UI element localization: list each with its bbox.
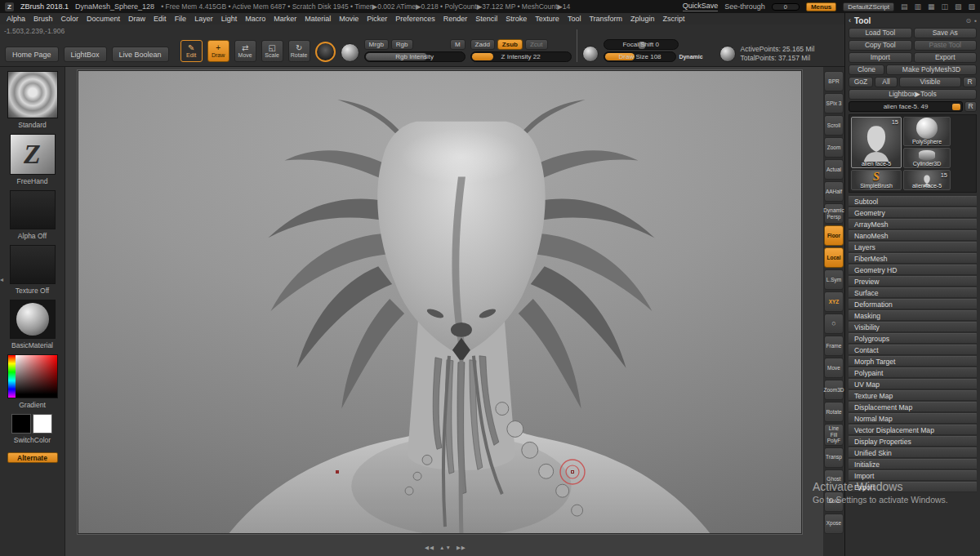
tool-section-header[interactable]: Export — [849, 482, 977, 492]
rotate-mode-button[interactable]: ↻ Rotate — [288, 40, 310, 62]
dynamic-mode-label[interactable]: Dynamic — [679, 54, 702, 60]
menu-item[interactable]: Draw — [124, 13, 149, 24]
dock-palette-icon[interactable]: ▧ — [955, 2, 962, 11]
shelf-button[interactable]: Transp — [824, 447, 844, 468]
tool-section-header[interactable]: Polypaint — [849, 367, 977, 378]
shelf-button[interactable]: Ghost — [824, 469, 844, 490]
shelf-button[interactable]: Rotate — [824, 402, 844, 422]
import-button[interactable]: Import — [849, 52, 912, 63]
menu-item[interactable]: Render — [439, 13, 472, 24]
export-button[interactable]: Export — [914, 52, 978, 63]
paste-tool-button[interactable]: Paste Tool — [914, 40, 978, 51]
menu-item[interactable]: Macro — [241, 13, 270, 24]
current-brush-preview[interactable] — [315, 42, 336, 62]
lightbox-button[interactable]: LightBox — [64, 47, 107, 62]
tool-section-header[interactable]: Normal Map — [849, 413, 977, 424]
sculpting-viewport[interactable] — [78, 70, 802, 534]
menus-toggle-button[interactable]: Menus — [806, 2, 836, 11]
tool-thumbnail-cylinder3d[interactable]: Cylinder3D — [903, 148, 951, 168]
panel-collapse-icon[interactable]: ‹ — [849, 16, 851, 24]
dock-palette-icon[interactable]: ▦ — [928, 2, 935, 11]
live-boolean-button[interactable]: Live Boolean — [112, 47, 169, 62]
rgb-button[interactable]: Rgb — [391, 39, 413, 50]
zcut-button[interactable]: Zcut — [525, 39, 548, 50]
menu-item[interactable]: Texture — [531, 13, 564, 24]
menu-item[interactable]: Marker — [270, 13, 301, 24]
panel-circle-icon[interactable]: ⊙ — [965, 17, 971, 24]
dock-palette-icon[interactable]: ▥ — [914, 2, 921, 11]
menu-item[interactable]: Alpha — [2, 13, 29, 24]
tool-section-header[interactable]: Unified Skin — [849, 447, 977, 458]
texture-thumbnail[interactable] — [10, 245, 56, 284]
move-mode-button[interactable]: ⇄ Move — [234, 40, 256, 62]
see-through-slider[interactable]: 0 — [772, 3, 800, 11]
menu-item[interactable]: Material — [301, 13, 335, 24]
tool-section-header[interactable]: Geometry HD — [849, 265, 977, 275]
panel-pin-icon[interactable]: ▪ — [974, 17, 977, 24]
default-zscript-button[interactable]: DefaultZScript — [843, 2, 894, 11]
tool-section-header[interactable]: Vector Displacement Map — [849, 425, 977, 435]
lightbox-tools-button[interactable]: Lightbox▶Tools — [849, 89, 977, 100]
goz-visible-button[interactable]: Visible — [899, 77, 961, 87]
dock-palette-icon[interactable]: ▤ — [901, 2, 908, 11]
shelf-button[interactable]: AAHalf — [824, 181, 844, 202]
shelf-button[interactable]: Zoom — [824, 137, 844, 158]
tool-section-header[interactable]: Contact — [849, 345, 977, 355]
tool-section-header[interactable]: NanoMesh — [849, 230, 977, 241]
stroke-type-preview[interactable] — [341, 43, 359, 62]
menu-item[interactable]: Brush — [29, 13, 57, 24]
quicksave-button[interactable]: QuickSave — [683, 2, 719, 11]
menu-item[interactable]: Picker — [363, 13, 391, 24]
mrgb-button[interactable]: Mrgb — [364, 39, 389, 50]
shelf-button[interactable]: Xpose — [824, 514, 844, 534]
menu-item[interactable]: Tool — [564, 13, 586, 24]
dock-palette-icon[interactable]: ◫ — [941, 2, 948, 11]
material-thumbnail[interactable] — [10, 300, 56, 339]
menu-item[interactable]: Transform — [585, 13, 626, 24]
save-as-button[interactable]: Save As — [914, 28, 978, 38]
alternate-button[interactable]: Alternate — [7, 452, 58, 463]
goz-all-button[interactable]: All — [875, 77, 898, 87]
tool-thumbnail-active[interactable]: 15 alien face-5 — [851, 117, 902, 168]
scroll-updown-icon[interactable]: ▲▼ — [439, 545, 452, 551]
tool-section-header[interactable]: Polygroups — [849, 333, 977, 344]
zsub-button[interactable]: Zsub — [497, 39, 523, 50]
scroll-right-icon[interactable]: ▶▶ — [457, 545, 466, 551]
home-page-button[interactable]: Home Page — [5, 47, 59, 62]
scale-mode-button[interactable]: ◱ Scale — [261, 40, 283, 62]
tool-section-header[interactable]: Import — [849, 470, 977, 481]
z-intensity-slider[interactable]: Z Intensity 22 — [470, 51, 572, 62]
tool-section-header[interactable]: ArrayMesh — [849, 219, 977, 229]
make-polymesh3d-button[interactable]: Make PolyMesh3D — [886, 64, 977, 75]
tool-section-header[interactable]: Texture Map — [849, 390, 977, 401]
tool-section-header[interactable]: Displacement Map — [849, 402, 977, 412]
main-color-swatch[interactable] — [11, 414, 31, 434]
menu-item[interactable]: Edit — [149, 13, 171, 24]
shelf-button[interactable]: SPix 3 — [824, 93, 844, 113]
tool-section-header[interactable]: FiberMesh — [849, 253, 977, 264]
canvas-scroll-widget[interactable]: ◀◀ ▲▼ ▶▶ — [425, 545, 466, 551]
tool-section-header[interactable]: Preview — [849, 276, 977, 287]
rgb-intensity-slider[interactable]: Rgb Intensity — [364, 51, 466, 62]
shelf-button[interactable]: Zoom3D — [824, 380, 844, 400]
shelf-button[interactable]: Floor — [824, 225, 844, 246]
edit-mode-button[interactable]: ✎ Edit — [180, 40, 203, 62]
menu-item[interactable]: Document — [82, 13, 124, 24]
shelf-button[interactable]: Solo — [824, 492, 844, 512]
tool-section-header[interactable]: Morph Target — [849, 356, 977, 367]
zadd-button[interactable]: Zadd — [470, 39, 495, 50]
hue-strip[interactable] — [8, 355, 16, 398]
m-button[interactable]: M — [450, 39, 466, 50]
menu-item[interactable]: Layer — [190, 13, 217, 24]
shelf-button[interactable] — [824, 314, 844, 334]
menu-item[interactable]: Stencil — [471, 13, 501, 24]
tool-section-header[interactable]: Surface — [849, 287, 977, 298]
draw-size-slider[interactable]: Draw Size 108 — [604, 51, 677, 62]
menu-item[interactable]: Movie — [335, 13, 363, 24]
tool-thumbnail-simplebrush[interactable]: S SimpleBrush — [851, 170, 902, 190]
menu-item[interactable]: File — [171, 13, 191, 24]
focal-shift-slider[interactable]: Focal Shift 0 — [604, 39, 679, 50]
tool-section-header[interactable]: Initialize — [849, 459, 977, 469]
secondary-color-swatch[interactable] — [33, 414, 52, 434]
shelf-button[interactable]: Line Fill PolyF — [824, 424, 844, 446]
